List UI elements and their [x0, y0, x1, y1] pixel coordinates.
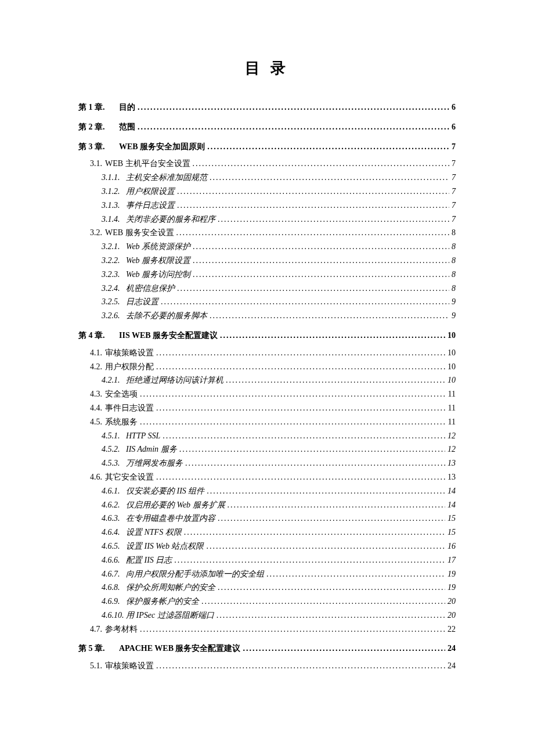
toc-leader-dots [138, 120, 449, 134]
toc-entry-number: 4.5.1. [78, 429, 126, 443]
toc-entry-title: 系统服务 [105, 415, 140, 429]
toc-entry-number: 4.6.5. [78, 539, 126, 553]
toc-entry-title: 设置 NTFS 权限 [126, 525, 184, 539]
toc-entry[interactable]: 第 3 章.WEB 服务安全加固原则7 [78, 140, 456, 154]
toc-entry-title: 审核策略设置 [105, 659, 156, 673]
toc-entry-page: 9 [449, 309, 456, 323]
toc-entry[interactable]: 4.4.事件日志设置11 [78, 401, 456, 415]
toc-entry[interactable]: 第 2 章.范围6 [78, 120, 456, 134]
toc-leader-dots [193, 268, 449, 282]
toc-entry-number: 3.1.3. [78, 199, 126, 213]
toc-entry-page: 19 [445, 581, 456, 595]
toc-entry[interactable]: 4.6.6.配置 IIS 日志17 [78, 553, 456, 567]
toc-entry[interactable]: 3.2.WEB 服务安全设置8 [78, 226, 456, 240]
toc-entry-page: 15 [445, 525, 456, 539]
toc-entry-title: 事件日志设置 [105, 401, 156, 415]
toc-entry-number: 4.2. [78, 360, 105, 374]
toc-leader-dots [161, 295, 449, 309]
toc-entry-page: 8 [449, 240, 456, 254]
toc-entry-number: 第 1 章. [78, 100, 119, 114]
toc-entry-page: 7 [449, 171, 456, 185]
toc-leader-dots [174, 553, 445, 567]
toc-entry[interactable]: 第 1 章.目的6 [78, 100, 456, 114]
toc-entry[interactable]: 4.6.10.用 IPSec 过滤器阻断端口20 [78, 609, 456, 622]
toc-entry[interactable]: 4.6.1.仅安装必要的 IIS 组件14 [78, 484, 456, 498]
toc-entry[interactable]: 4.5.3.万维网发布服务13 [78, 456, 456, 470]
toc-entry-title: WEB 服务安全设置 [105, 226, 176, 240]
toc-entry[interactable]: 4.6.4.设置 NTFS 权限15 [78, 525, 456, 539]
toc-entry[interactable]: 3.1.1.主机安全标准加固规范7 [78, 171, 456, 185]
toc-entry[interactable]: 第 5 章.APACHE WEB 服务安全配置建议24 [78, 642, 456, 656]
toc-entry[interactable]: 3.2.3.Web 服务访问控制8 [78, 268, 456, 282]
toc-entry-page: 20 [445, 609, 456, 622]
toc-entry[interactable]: 4.5.系统服务11 [78, 415, 456, 429]
toc-entry-number: 4.6.8. [78, 581, 126, 595]
toc-entry[interactable]: 4.2.1.拒绝通过网络访问该计算机10 [78, 373, 456, 387]
toc-entry[interactable]: 4.6.7.向用户权限分配手动添加唯一的安全组19 [78, 567, 456, 581]
toc-entry[interactable]: 3.2.1.Web 系统资源保护8 [78, 240, 456, 254]
toc-entry-page: 7 [449, 185, 456, 199]
toc-leader-dots [138, 100, 449, 114]
table-of-contents: 第 1 章.目的6第 2 章.范围6第 3 章.WEB 服务安全加固原则73.1… [78, 100, 456, 673]
toc-entry[interactable]: 3.2.6.去除不必要的服务脚本9 [78, 309, 456, 323]
toc-entry-page: 16 [445, 539, 456, 553]
toc-entry-number: 4.5.3. [78, 456, 126, 470]
toc-entry[interactable]: 4.6.8.保护众所周知帐户的安全19 [78, 581, 456, 595]
toc-entry-number: 4.6.7. [78, 567, 126, 581]
toc-entry[interactable]: 3.1.3.事件日志设置7 [78, 199, 456, 213]
toc-entry-title: 安全选项 [105, 387, 140, 401]
toc-entry[interactable]: 3.2.5.日志设置9 [78, 295, 456, 309]
toc-entry[interactable]: 第 4 章.IIS WEB 服务安全配置建议10 [78, 329, 456, 343]
toc-entry-title: 去除不必要的服务脚本 [126, 309, 210, 323]
toc-entry-title: Web 服务访问控制 [126, 268, 193, 282]
toc-leader-dots [217, 609, 445, 622]
toc-leader-dots [218, 213, 449, 226]
toc-entry[interactable]: 3.1.2.用户权限设置7 [78, 185, 456, 199]
toc-entry[interactable]: 4.6.9.保护服务帐户的安全20 [78, 595, 456, 609]
toc-entry-page: 14 [445, 498, 456, 512]
toc-entry[interactable]: 3.1.4.关闭非必要的服务和程序7 [78, 213, 456, 226]
toc-entry-title: 机密信息保护 [126, 282, 177, 296]
toc-entry[interactable]: 4.6.5.设置 IIS Web 站点权限16 [78, 539, 456, 553]
toc-leader-dots [163, 429, 445, 443]
toc-entry-number: 4.6.2. [78, 498, 126, 512]
toc-entry-page: 8 [449, 254, 456, 268]
toc-entry-title: 主机安全标准加固规范 [126, 171, 210, 185]
toc-entry[interactable]: 3.2.4.机密信息保护8 [78, 282, 456, 296]
toc-entry-page: 13 [445, 470, 456, 484]
toc-entry[interactable]: 4.6.3.在专用磁盘卷中放置内容15 [78, 512, 456, 525]
toc-entry-title: 设置 IIS Web 站点权限 [126, 539, 206, 553]
toc-entry[interactable]: 3.2.2.Web 服务权限设置8 [78, 254, 456, 268]
toc-leader-dots [185, 456, 445, 470]
toc-entry[interactable]: 5.1.审核策略设置24 [78, 659, 456, 673]
toc-entry-title: 万维网发布服务 [126, 456, 185, 470]
toc-entry-title: 参考材料 [105, 622, 140, 636]
toc-leader-dots [210, 309, 449, 323]
toc-entry-number: 3.2.3. [78, 268, 126, 282]
toc-entry-title: IIS Admin 服务 [126, 442, 179, 456]
toc-entry[interactable]: 4.1.审核策略设置10 [78, 346, 456, 360]
toc-leader-dots [266, 567, 445, 581]
toc-entry[interactable]: 4.2.用户权限分配10 [78, 360, 456, 374]
toc-entry-number: 4.6.1. [78, 484, 126, 498]
toc-entry[interactable]: 4.3.安全选项11 [78, 387, 456, 401]
toc-leader-dots [140, 387, 446, 401]
toc-entry-number: 3.1.4. [78, 213, 126, 226]
toc-entry[interactable]: 4.6.其它安全设置13 [78, 470, 456, 484]
toc-entry[interactable]: 4.5.1.HTTP SSL12 [78, 429, 456, 443]
toc-leader-dots [140, 415, 446, 429]
toc-entry-number: 4.4. [78, 401, 105, 415]
toc-entry-page: 8 [449, 226, 456, 240]
toc-entry-number: 4.6.3. [78, 512, 126, 525]
toc-entry[interactable]: 3.1.WEB 主机平台安全设置7 [78, 157, 456, 171]
toc-entry[interactable]: 4.7.参考材料22 [78, 622, 456, 636]
toc-entry-number: 4.5. [78, 415, 105, 429]
toc-entry-page: 11 [446, 415, 456, 429]
toc-entry[interactable]: 4.5.2.IIS Admin 服务12 [78, 442, 456, 456]
toc-entry-number: 第 5 章. [78, 642, 119, 656]
toc-entry[interactable]: 4.6.2.仅启用必要的 Web 服务扩展14 [78, 498, 456, 512]
toc-entry-page: 7 [449, 199, 456, 213]
toc-entry-page: 10 [445, 329, 456, 343]
toc-entry-title: IIS WEB 服务安全配置建议 [119, 329, 220, 343]
toc-entry-page: 9 [449, 295, 456, 309]
